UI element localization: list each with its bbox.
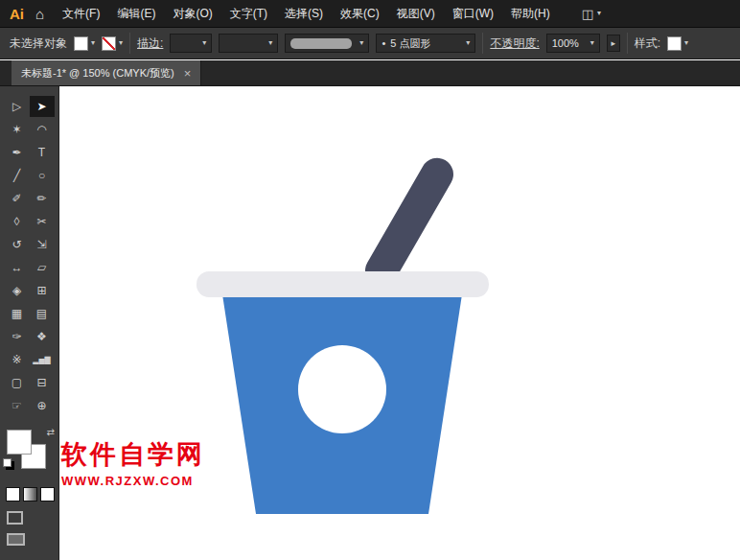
eraser-tool[interactable]: ◊ [5,211,30,232]
opacity-select[interactable]: 100% ▾ [546,34,600,53]
swap-colors-icon[interactable]: ⇄ [47,427,55,437]
default-colors-icon[interactable] [3,458,12,467]
tools-panel: ▷ ➤ ✶ ◠ ✒ T ╱ ○ ✐ ✏ ◊ ✂ ↺ ⇲ ↔ ▱ ◈ ⊞ ▦ ▤ [0,86,59,560]
menu-select[interactable]: 选择(S) [276,0,332,27]
free-transform-tool[interactable]: ▱ [30,257,55,278]
chevron-down-icon: ▾ [119,39,123,47]
control-bar: 未选择对象 ▾ ▾ 描边: ▾ ▾ ▾ • 5 点圆形 ▾ 不透明度: [0,27,740,59]
scissors-tool[interactable]: ✂ [30,211,55,232]
chevron-down-icon: ▾ [202,39,206,47]
workspace-switcher[interactable]: ◫ ▾ [582,7,601,21]
line-segment-tool[interactable]: ╱ [5,165,30,186]
rotate-tool[interactable]: ↺ [5,234,30,255]
menu-effect[interactable]: 效果(C) [332,0,388,27]
divider [627,33,628,54]
divider [129,33,130,54]
shape-builder-tool[interactable]: ◈ [5,280,30,301]
perspective-grid-tool[interactable]: ⊞ [30,280,55,301]
scale-tool[interactable]: ⇲ [30,234,55,255]
opacity-panel-link[interactable]: 不透明度: [490,35,539,52]
stroke-weight-select[interactable]: ▾ [170,34,212,53]
color-mode-buttons [6,487,55,502]
gradient-tool[interactable]: ▤ [30,303,55,324]
menu-file[interactable]: 文件(F) [54,0,108,27]
selection-status-label: 未选择对象 [10,35,67,52]
ellipse-tool[interactable]: ○ [30,165,55,186]
magic-wand-tool[interactable]: ✶ [5,119,30,140]
document-tab-title: 未标题-1* @ 150% (CMYK/预览) [21,66,174,81]
symbol-sprayer-tool[interactable]: ※ [5,349,30,370]
hand-tool[interactable]: ☞ [5,395,30,416]
width-profile-select[interactable]: ▾ [219,34,278,53]
eyedropper-tool[interactable]: ✑ [5,326,30,347]
divider [482,33,483,54]
draw-mode-button[interactable] [7,511,23,525]
chevron-down-icon: ▾ [91,39,95,47]
watermark-url: WWW.RJZXW.COM [61,474,205,488]
none-button[interactable] [40,487,55,502]
brush-definition-select[interactable]: • 5 点圆形 ▾ [376,34,475,53]
screen-mode-button[interactable] [7,533,25,546]
stroke-swatch [102,36,116,51]
chevron-down-icon: ▾ [590,39,594,47]
watermark: 软件自学网 WWW.RJZXW.COM [61,437,205,488]
brush-bullet-icon: • [382,37,385,49]
menu-help[interactable]: 帮助(H) [502,0,559,27]
style-picker[interactable]: ▾ [667,36,688,51]
style-swatch [667,36,682,51]
lasso-tool[interactable]: ◠ [30,119,55,140]
brush-definition-value: 5 点圆形 [390,36,430,51]
mesh-tool[interactable]: ▦ [5,303,30,324]
menu-type[interactable]: 文字(T) [221,0,276,27]
document-tab-bar: 未标题-1* @ 150% (CMYK/预览) × [0,60,740,86]
opacity-flyout-button[interactable]: ▸ [607,35,620,52]
watermark-title: 软件自学网 [61,437,205,472]
slice-tool[interactable]: ⊟ [30,372,55,393]
zoom-tool[interactable]: ⊕ [30,395,55,416]
brush-stroke-preview-select[interactable]: ▾ [285,34,369,53]
workspace-content: ▷ ➤ ✶ ◠ ✒ T ╱ ○ ✐ ✏ ◊ ✂ ↺ ⇲ ↔ ▱ ◈ ⊞ ▦ ▤ [0,86,740,560]
menu-window[interactable]: 窗口(W) [444,0,502,27]
close-tab-icon[interactable]: × [184,66,192,81]
document-tab[interactable]: 未标题-1* @ 150% (CMYK/预览) × [12,60,201,85]
blend-tool[interactable]: ❖ [30,326,55,347]
stroke-panel-link[interactable]: 描边: [137,35,163,52]
chevron-down-icon: ▾ [466,39,470,47]
column-graph-tool[interactable]: ▂▅▇ [30,349,55,370]
brush-stroke-preview [290,38,352,49]
width-tool[interactable]: ↔ [5,257,30,278]
chevron-down-icon: ▾ [359,39,363,47]
menu-view[interactable]: 视图(V) [388,0,444,27]
pen-tool[interactable]: ✒ [5,142,30,163]
fill-swatch [74,36,88,51]
menu-object[interactable]: 对象(O) [164,0,220,27]
stroke-color-picker[interactable]: ▾ [102,36,123,51]
canvas[interactable]: 软件自学网 WWW.RJZXW.COM [59,86,740,560]
cup-circle-hole[interactable] [298,345,386,433]
chevron-down-icon: ▾ [597,10,601,17]
workspace-layout-icon: ◫ [582,7,593,21]
chevron-down-icon: ▾ [684,39,688,47]
paintbrush-tool[interactable]: ✐ [5,188,30,209]
fill-color-picker[interactable]: ▾ [74,36,95,51]
illustrator-logo-icon[interactable]: Ai [10,6,24,22]
fill-stroke-controls: ⇄ [0,424,59,483]
home-icon[interactable]: ⌂ [35,6,44,22]
menu-bar: Ai ⌂ 文件(F) 编辑(E) 对象(O) 文字(T) 选择(S) 效果(C)… [0,0,740,27]
style-label: 样式: [635,35,660,52]
menu-edit[interactable]: 编辑(E) [108,0,164,27]
artboard-tool[interactable]: ▢ [5,372,30,393]
color-button[interactable] [6,487,20,502]
chevron-down-icon: ▾ [268,39,272,47]
cup-rim-shape[interactable] [197,271,489,297]
tools-grid: ▷ ➤ ✶ ◠ ✒ T ╱ ○ ✐ ✏ ◊ ✂ ↺ ⇲ ↔ ▱ ◈ ⊞ ▦ ▤ [0,86,58,416]
gradient-button[interactable] [23,487,37,502]
opacity-value: 100% [552,37,579,49]
illustrator-window: Ai ⌂ 文件(F) 编辑(E) 对象(O) 文字(T) 选择(S) 效果(C)… [0,0,740,560]
direct-selection-tool[interactable]: ▷ [5,96,30,117]
type-tool[interactable]: T [30,142,55,163]
selection-tool[interactable]: ➤ [30,96,55,117]
pencil-tool[interactable]: ✏ [30,188,55,209]
fill-color-swatch[interactable] [7,430,32,455]
